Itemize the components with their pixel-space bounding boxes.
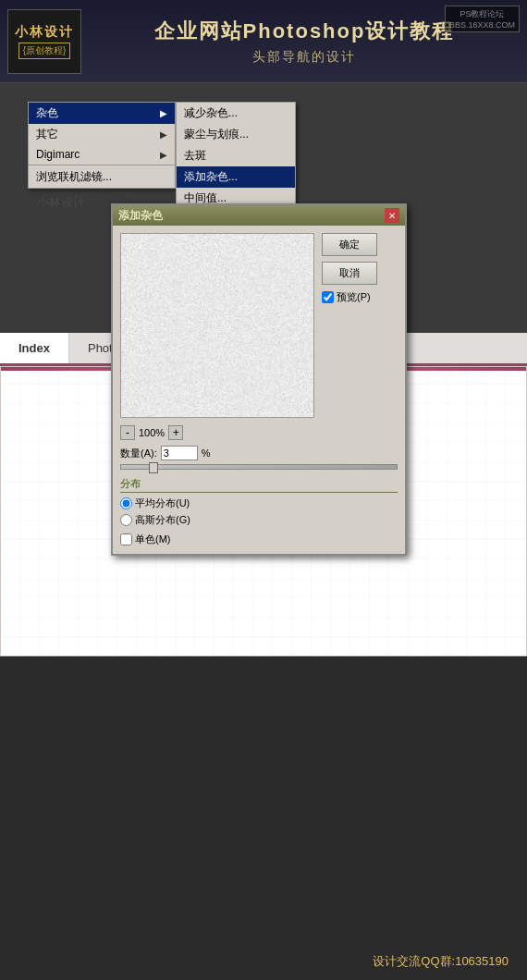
slider-track — [120, 464, 398, 470]
submenu-item-add-noise[interactable]: 添加杂色... — [177, 166, 295, 188]
radio-gaussian[interactable] — [120, 514, 132, 526]
dialog-footer: - 100% + 数量(A): % 分布 平均分布(U) — [113, 425, 405, 554]
cancel-button[interactable]: 取消 — [322, 262, 377, 285]
submenu-item-despeckle[interactable]: 去斑 — [177, 145, 295, 166]
dialog-content: 确定 取消 预览(P) — [113, 226, 405, 425]
monochrome-row: 单色(M) — [120, 533, 398, 546]
zoom-out-button[interactable]: - — [120, 425, 135, 440]
logo-top: 小林设计 — [15, 24, 74, 41]
menu-item-other[interactable]: 其它 ▶ — [29, 124, 175, 145]
dialog-title: 添加杂色 — [118, 208, 163, 224]
preview-checkbox-row: 预览(P) — [322, 290, 398, 304]
arrow-icon: ▶ — [160, 108, 167, 118]
dialog-titlebar: 添加杂色 ✕ — [113, 205, 405, 226]
menu-panel: 杂色 ▶ 其它 ▶ Digimarc ▶ 浏览联机滤镜... — [28, 102, 176, 189]
watermark-2: 小林设计 — [37, 194, 85, 211]
radio-gaussian-row: 高斯分布(G) — [120, 513, 398, 527]
arrow-icon: ▶ — [160, 129, 167, 140]
zoom-in-button[interactable]: + — [168, 425, 183, 440]
menu-container: 杂色 ▶ 其它 ▶ Digimarc ▶ 浏览联机滤镜... 减少杂色... 蒙… — [28, 102, 176, 189]
menu-item-noise[interactable]: 杂色 ▶ — [29, 103, 175, 124]
dialog-close-button[interactable]: ✕ — [385, 208, 399, 223]
submenu-item-reduce[interactable]: 减少杂色... — [177, 103, 295, 124]
arrow-icon: ▶ — [160, 150, 167, 160]
radio-uniform[interactable] — [120, 497, 132, 509]
amount-row: 数量(A): % — [120, 446, 398, 460]
add-noise-dialog: 添加杂色 ✕ 确定 取消 预览(P) - 100% + — [111, 203, 407, 556]
distribution-label: 分布 — [120, 477, 398, 493]
radio-group: 平均分布(U) 高斯分布(G) — [120, 496, 398, 527]
slider-thumb[interactable] — [149, 462, 158, 473]
slider-row — [120, 464, 398, 470]
logo-box: 小林设计 {原创教程} — [7, 9, 81, 74]
noise-canvas — [121, 234, 313, 417]
tab-index[interactable]: Index — [0, 333, 69, 366]
sub-title: 头部导航的设计 — [81, 49, 527, 66]
zoom-row: - 100% + — [120, 425, 398, 440]
main-area: www.z990.com 小林设计 www.z990.com 小林设计 www.… — [0, 83, 527, 656]
monochrome-checkbox[interactable] — [120, 533, 132, 545]
menu-item-digimarc[interactable]: Digimarc ▶ — [29, 145, 175, 164]
logo-bottom: {原创教程} — [18, 43, 71, 59]
preview-checkbox[interactable] — [322, 291, 334, 303]
radio-uniform-row: 平均分布(U) — [120, 496, 398, 510]
dialog-preview — [120, 233, 314, 418]
submenu-panel: 减少杂色... 蒙尘与划痕... 去斑 添加杂色... 中间值... — [176, 102, 296, 210]
dialog-sidebar: 确定 取消 预览(P) — [322, 233, 398, 418]
submenu-item-dust[interactable]: 蒙尘与划痕... — [177, 124, 295, 145]
header-watermark: PS教程论坛 BBS.16XX8.COM — [445, 6, 520, 32]
footer: 设计交流QQ群:10635190 — [0, 943, 527, 980]
menu-divider — [29, 165, 175, 165]
confirm-button[interactable]: 确定 — [322, 233, 377, 256]
menu-item-browse[interactable]: 浏览联机滤镜... — [29, 166, 175, 188]
amount-input[interactable] — [161, 446, 198, 460]
header: 小林设计 {原创教程} 企业网站Photoshop设计教程 头部导航的设计 PS… — [0, 0, 527, 83]
footer-qq-text: 设计交流QQ群:10635190 — [373, 953, 509, 970]
